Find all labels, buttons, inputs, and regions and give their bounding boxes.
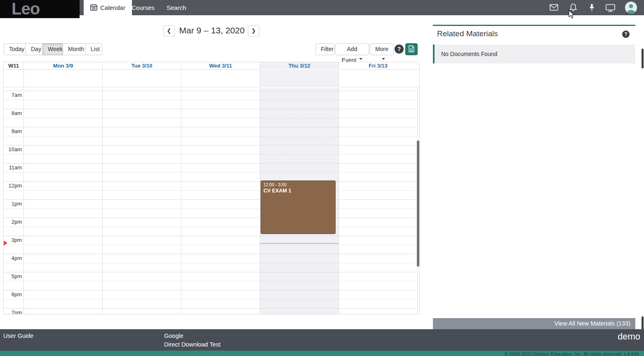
top-navbar: Calendar Courses Search: [0, 0, 644, 15]
filter-button[interactable]: Filter: [315, 43, 334, 55]
view-month-button[interactable]: Month: [63, 43, 86, 55]
calendar-icon: [90, 4, 97, 12]
time-label: 11am: [4, 164, 22, 171]
pin-icon[interactable]: [588, 4, 595, 13]
time-label: 1pm: [4, 201, 22, 207]
more-button[interactable]: More: [370, 43, 394, 55]
caret-down-icon: [382, 58, 385, 61]
footer-link-google[interactable]: Google: [164, 333, 183, 339]
time-label: 12pm: [4, 183, 22, 189]
help-icon[interactable]: ?: [622, 30, 630, 38]
caret-down-icon: [359, 58, 362, 61]
next-week-button[interactable]: ❯: [248, 25, 259, 37]
app-window: Calendar Courses Search: [0, 0, 644, 356]
time-label: 4pm: [4, 255, 22, 261]
tab-label: Search: [167, 4, 186, 11]
tab-courses[interactable]: Courses: [125, 0, 161, 15]
view-week-button[interactable]: Week: [42, 43, 63, 55]
no-documents-text: No Documents Found: [435, 44, 635, 63]
footer: [0, 329, 644, 351]
day-header-row: W11 Mon 3/9 Tue 3/10 Wed 3/11 Thu 3/12 F…: [4, 62, 419, 70]
current-time-line: [260, 243, 338, 244]
materials-toggle-button[interactable]: [405, 43, 418, 55]
no-documents-message-box: No Documents Found: [433, 44, 635, 63]
add-event-button[interactable]: Add Event: [335, 43, 369, 55]
next-icon: ❯: [251, 28, 256, 34]
view-list-button[interactable]: List: [85, 43, 102, 55]
mouse-cursor: [569, 10, 575, 21]
day-header-fri[interactable]: Fri 3/13: [338, 62, 417, 70]
tab-search[interactable]: Search: [160, 0, 193, 15]
event-title: CV EXAM 1: [263, 188, 333, 194]
time-grid[interactable]: 7am 8am 9am 10am 11am 12pm 1pm 2pm 3pm 4…: [4, 88, 419, 314]
time-label: 7pm: [4, 309, 22, 314]
avatar[interactable]: [625, 2, 637, 14]
calendar-event-cv-exam-1[interactable]: 12:00 - 3:00 CV EXAM 1: [261, 180, 336, 234]
panel-title: Related Materials: [437, 29, 498, 38]
mail-icon[interactable]: [550, 4, 558, 12]
display-icon[interactable]: [606, 4, 615, 14]
time-label: 7am: [4, 92, 22, 98]
day-header-wed[interactable]: Wed 3/11: [181, 62, 260, 70]
copyright-text: © 2005-2020 DaVinci Education, Inc. All …: [505, 351, 639, 356]
event-time: 12:00 - 3:00: [263, 182, 333, 187]
view-all-materials-button[interactable]: View All New Materials (133): [433, 318, 635, 329]
calendar-scrollbar-thumb[interactable]: [417, 141, 419, 267]
panel-accent-bar: [433, 25, 635, 26]
time-label: 6pm: [4, 291, 22, 297]
footer-copyright-strip: © 2005-2020 DaVinci Education, Inc. All …: [0, 351, 644, 356]
calendar-grid: W11 Mon 3/9 Tue 3/10 Wed 3/11 Thu 3/12 F…: [3, 62, 420, 314]
tab-label: Courses: [132, 4, 155, 11]
current-time-arrow: [4, 241, 10, 246]
footer-link-direct-download-test[interactable]: Direct Download Test: [164, 341, 221, 348]
document-icon: [409, 45, 414, 54]
day-header-thu[interactable]: Thu 3/12: [260, 62, 338, 70]
view-today-button[interactable]: Today: [4, 43, 26, 55]
time-label: 2pm: [4, 219, 22, 225]
time-label: 9am: [4, 128, 22, 134]
date-range-title: Mar 9 – 13, 2020: [171, 26, 253, 35]
tab-label: Calendar: [100, 4, 125, 11]
footer-link-user-guide[interactable]: User Guide: [3, 333, 33, 339]
time-label: 5pm: [4, 273, 22, 279]
time-label: 8am: [4, 110, 22, 116]
view-day-button[interactable]: Day: [26, 43, 43, 55]
day-header-mon[interactable]: Mon 3/9: [24, 62, 102, 70]
app-logo[interactable]: Leo: [0, 0, 80, 18]
environment-label: demo: [618, 331, 640, 342]
page-scrollbar-thumb[interactable]: [642, 49, 644, 68]
time-label: 10am: [4, 146, 22, 152]
week-number: W11: [4, 62, 24, 70]
help-icon[interactable]: ?: [395, 44, 404, 54]
all-day-row[interactable]: [4, 70, 419, 87]
logo-text: Leo: [12, 0, 40, 18]
day-header-tue[interactable]: Tue 3/10: [102, 62, 181, 70]
